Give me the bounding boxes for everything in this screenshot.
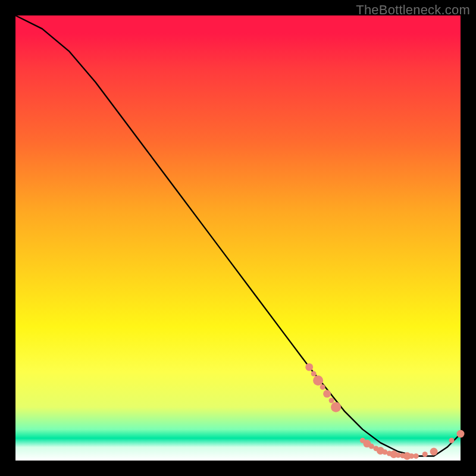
highlight-dot xyxy=(311,371,317,377)
highlight-dot xyxy=(422,452,428,457)
chart-svg xyxy=(15,15,461,461)
plot-area xyxy=(15,15,461,461)
highlight-dot xyxy=(430,448,438,456)
highlight-dot xyxy=(323,390,331,397)
watermark-text: TheBottleneck.com xyxy=(356,2,470,18)
highlight-dot xyxy=(305,363,313,371)
highlight-dot xyxy=(449,438,455,443)
highlight-dot xyxy=(320,384,325,390)
highlight-dot xyxy=(329,398,334,403)
highlight-dot xyxy=(313,375,323,386)
chart-frame: TheBottleneck.com xyxy=(0,0,476,476)
curve-line xyxy=(15,15,461,456)
highlight-dot xyxy=(457,430,465,438)
highlight-dot xyxy=(414,453,419,459)
highlight-dot xyxy=(331,402,341,412)
